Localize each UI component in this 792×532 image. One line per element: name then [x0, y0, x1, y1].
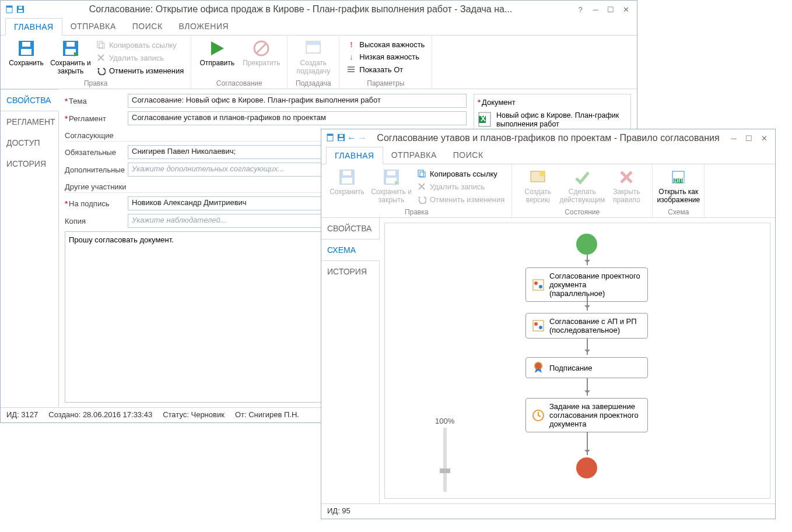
minimize-icon[interactable]: ─: [730, 134, 738, 142]
svg-point-43: [539, 285, 542, 288]
save-button[interactable]: Сохранить: [5, 38, 47, 67]
qat-save-icon[interactable]: [16, 5, 25, 14]
subject-input[interactable]: Согласование: Новый офис в Кирове. План-…: [128, 94, 467, 108]
zoom-value: 100%: [435, 417, 454, 425]
ribbon-tab-main[interactable]: ГЛАВНАЯ: [326, 147, 383, 164]
low-importance-button[interactable]: ↓Низкая важность: [344, 51, 427, 62]
status-created: Создано: 28.06.2016 17:33:43: [48, 410, 152, 419]
svg-rect-24: [327, 134, 333, 136]
subject-label: Тема: [65, 97, 123, 105]
side-tab-access[interactable]: ДОСТУП: [1, 132, 58, 153]
zoom-slider[interactable]: [443, 428, 447, 492]
reglament-input[interactable]: Согласование уставов и планов-графиков п…: [128, 111, 467, 125]
form-icon: [346, 65, 356, 74]
maximize-icon[interactable]: ☐: [745, 134, 753, 142]
close-rule-icon: [617, 168, 636, 186]
copy-icon: [417, 169, 426, 178]
svg-rect-16: [306, 41, 320, 45]
copy-link-button[interactable]: Копировать ссылку: [94, 39, 186, 51]
close-rule-button[interactable]: Закрыть правило: [605, 167, 647, 204]
check-icon: [573, 168, 591, 186]
open-as-image-button[interactable]: png Открыть как изображение: [657, 167, 699, 204]
side-tab-history[interactable]: ИСТОРИЯ: [321, 261, 379, 282]
ribbon-tab-send[interactable]: ОТПРАВКА: [383, 147, 445, 164]
svg-point-46: [539, 326, 542, 329]
send-button[interactable]: Отправить: [196, 38, 238, 67]
document-item[interactable]: X Новый офис в Кирове. План-график выпол…: [478, 109, 627, 131]
workflow-end-node[interactable]: [576, 457, 597, 478]
ribbon-tabs: ГЛАВНАЯ ОТПРАВКА ПОИСК ВЛОЖЕНИЯ: [1, 18, 637, 36]
close-icon[interactable]: ✕: [622, 5, 630, 13]
zoom-thumb[interactable]: [440, 468, 450, 473]
side-tab-properties[interactable]: СВОЙСТВА: [1, 89, 59, 111]
ribbon-tab-main[interactable]: ГЛАВНАЯ: [5, 18, 62, 36]
save-close-icon: [382, 168, 401, 186]
undo-button[interactable]: Отменить изменения: [415, 193, 507, 205]
delete-button[interactable]: Удалить запись: [415, 181, 507, 192]
document-name: Новый офис в Кирове. План-график выполне…: [496, 111, 627, 129]
save-close-button[interactable]: Сохранить и закрыть: [50, 38, 92, 75]
required-label: Обязательные: [65, 148, 123, 157]
qat-new-icon[interactable]: [5, 5, 15, 14]
svg-rect-1: [6, 6, 12, 8]
clock-icon: [532, 409, 545, 422]
show-from-button[interactable]: Показать От: [344, 64, 427, 75]
help-icon[interactable]: ?: [576, 5, 584, 13]
sign-label: На подпись: [65, 199, 123, 208]
ribbon: Сохранить Сохранить и закрыть Копировать…: [1, 36, 637, 89]
make-active-button[interactable]: Сделать действующим: [561, 167, 603, 204]
high-importance-button[interactable]: !Высокая важность: [344, 39, 427, 50]
zoom-control[interactable]: 100%: [435, 417, 454, 492]
svg-rect-27: [339, 138, 344, 140]
delete-button[interactable]: Удалить запись: [94, 52, 186, 64]
side-tab-scheme[interactable]: СХЕМА: [321, 239, 380, 261]
ribbon-tab-send[interactable]: ОТПРАВКА: [62, 18, 124, 35]
copy-label: Копия: [65, 217, 123, 226]
workflow-start-node[interactable]: [576, 234, 597, 255]
ribbon-tab-search[interactable]: ПОИСК: [445, 147, 492, 164]
workflow-node-2[interactable]: Согласование с АП и РП (последовательное…: [525, 313, 648, 339]
qat-forward-icon[interactable]: →: [358, 133, 367, 143]
workflow-node-4[interactable]: Задание на завершение согласования проек…: [525, 398, 648, 432]
save-button[interactable]: Сохранить: [326, 167, 368, 196]
ribbon-group-edit: Правка: [5, 78, 186, 87]
side-tab-reglament[interactable]: РЕГЛАМЕНТ: [1, 111, 58, 132]
ribbon-tab-search[interactable]: ПОИСК: [124, 18, 171, 35]
svg-rect-17: [348, 66, 355, 68]
side-tab-properties[interactable]: СВОЙСТВА: [321, 218, 379, 239]
ribbon-group-approval: Согласование: [196, 78, 282, 87]
ribbon-group-params: Параметры: [344, 78, 427, 87]
undo-icon: [417, 195, 426, 204]
ribbon-group-state: Состояние: [517, 207, 647, 216]
ribbon-tab-attachments[interactable]: ВЛОЖЕНИЯ: [171, 18, 237, 35]
workflow-arrow: [587, 293, 588, 311]
save-close-button[interactable]: Сохранить и закрыть: [370, 167, 412, 204]
maximize-icon[interactable]: ☐: [607, 5, 615, 13]
copy-icon: [96, 40, 106, 50]
ribbon-group-edit: Правка: [326, 207, 507, 216]
svg-rect-7: [21, 49, 31, 55]
qat-new-icon[interactable]: [326, 133, 335, 143]
side-tab-history[interactable]: ИСТОРИЯ: [1, 153, 58, 174]
workflow-arrow: [587, 255, 588, 265]
create-subtask-button[interactable]: Создать подзадачу: [292, 38, 334, 75]
stop-button[interactable]: Прекратить: [240, 38, 282, 67]
documents-title: Документ: [478, 98, 627, 109]
create-version-button[interactable]: Создать версию: [517, 167, 559, 204]
side-tabs: СВОЙСТВА РЕГЛАМЕНТ ДОСТУП ИСТОРИЯ: [1, 89, 59, 407]
task-icon: [532, 319, 545, 332]
copy-link-button[interactable]: Копировать ссылку: [415, 168, 507, 179]
svg-rect-3: [19, 6, 22, 9]
status-from: От: Снигирев П.Н.: [235, 410, 299, 419]
window-title: Согласование: Открытие офиса продаж в Ки…: [25, 4, 576, 15]
svg-text:X: X: [481, 114, 486, 123]
status-status: Статус: Черновик: [163, 410, 225, 419]
send-icon: [208, 39, 226, 58]
qat-back-icon[interactable]: ←: [347, 133, 356, 143]
workflow-node-3[interactable]: Подписание: [525, 357, 648, 378]
undo-button[interactable]: Отменить изменения: [94, 65, 186, 76]
minimize-icon[interactable]: ─: [591, 5, 600, 13]
workflow-arrow: [587, 378, 588, 396]
close-icon[interactable]: ✕: [760, 134, 768, 142]
qat-save-icon[interactable]: [337, 133, 346, 143]
